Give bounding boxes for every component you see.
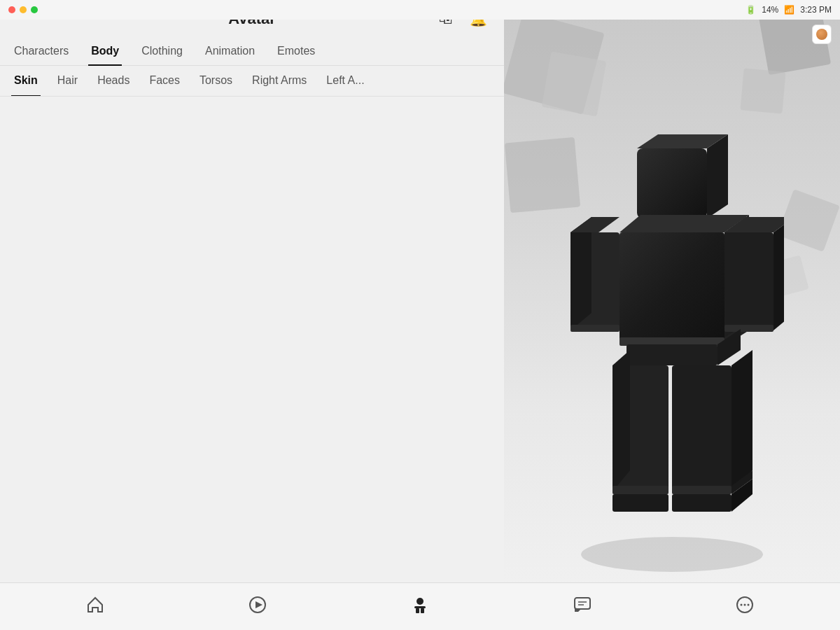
minimize-button[interactable] [20, 6, 27, 13]
subtab-torsos[interactable]: Torsos [197, 66, 235, 97]
svg-rect-20 [672, 365, 732, 491]
avatar-image [816, 29, 827, 40]
svg-marker-27 [612, 350, 630, 491]
avatar-icon [410, 595, 430, 619]
nav-play-button[interactable] [234, 589, 281, 624]
svg-marker-11 [774, 217, 784, 330]
svg-rect-22 [672, 486, 732, 494]
svg-marker-15 [570, 217, 592, 330]
svg-rect-34 [416, 608, 419, 613]
more-icon [735, 595, 755, 619]
tab-clothing[interactable]: Clothing [139, 38, 186, 66]
user-avatar-badge[interactable] [812, 24, 832, 44]
svg-point-0 [581, 537, 763, 572]
home-icon [85, 595, 105, 619]
svg-marker-16 [570, 217, 620, 232]
svg-marker-21 [732, 350, 752, 491]
svg-point-40 [741, 603, 743, 606]
window-controls [8, 6, 38, 13]
time-display: 3:23 PM [800, 5, 832, 15]
nav-home-button[interactable] [71, 589, 119, 624]
subtab-left-arms[interactable]: Left A... [323, 66, 367, 97]
svg-rect-35 [421, 608, 424, 613]
svg-rect-28 [612, 486, 668, 494]
svg-rect-17 [570, 325, 620, 332]
tab-emotes[interactable]: Emotes [274, 38, 318, 66]
svg-rect-24 [672, 494, 732, 512]
avatar-preview [504, 0, 840, 582]
svg-rect-18 [626, 344, 718, 365]
chat-icon [573, 595, 592, 619]
subtab-faces[interactable]: Faces [146, 66, 183, 97]
svg-rect-36 [575, 598, 590, 609]
nav-avatar-button[interactable] [396, 589, 444, 624]
svg-point-42 [748, 603, 750, 606]
play-icon [248, 595, 267, 619]
svg-marker-31 [255, 601, 262, 608]
svg-point-32 [416, 598, 424, 605]
subtab-hair[interactable]: Hair [55, 66, 80, 97]
svg-rect-5 [620, 232, 724, 344]
nav-chat-button[interactable] [559, 589, 606, 624]
svg-rect-29 [612, 494, 668, 512]
svg-rect-33 [414, 606, 426, 608]
sub-tabs: Skin Hair Heads Faces Torsos Right Arms … [0, 66, 504, 97]
svg-point-41 [744, 603, 746, 606]
content-area [0, 97, 504, 582]
tab-body[interactable]: Body [88, 38, 122, 66]
svg-rect-10 [724, 232, 774, 330]
close-button[interactable] [8, 6, 15, 13]
tab-characters[interactable]: Characters [11, 38, 71, 66]
nav-tabs: Characters Body Clothing Animation Emote… [0, 38, 504, 66]
svg-rect-13 [724, 325, 774, 332]
nav-more-button[interactable] [721, 589, 769, 624]
status-indicators: 🔋 14% 📶 3:23 PM [746, 5, 832, 15]
character-model [560, 106, 784, 582]
subtab-skin[interactable]: Skin [11, 66, 41, 97]
maximize-button[interactable] [31, 6, 38, 13]
svg-marker-2 [707, 134, 728, 218]
bottom-nav [0, 582, 840, 630]
battery-icon: 🔋 [746, 5, 756, 15]
left-panel: Avatar 🛍 🔔 Characters Body Clothing Anim… [0, 0, 504, 582]
subtab-heads[interactable]: Heads [94, 66, 132, 97]
battery-level: 14% [762, 5, 778, 15]
svg-rect-1 [637, 148, 707, 218]
tab-animation[interactable]: Animation [202, 38, 258, 66]
status-bar: 🔋 14% 📶 3:23 PM [0, 0, 840, 20]
subtab-right-arms[interactable]: Right Arms [249, 66, 309, 97]
wifi-icon: 📶 [784, 5, 794, 15]
